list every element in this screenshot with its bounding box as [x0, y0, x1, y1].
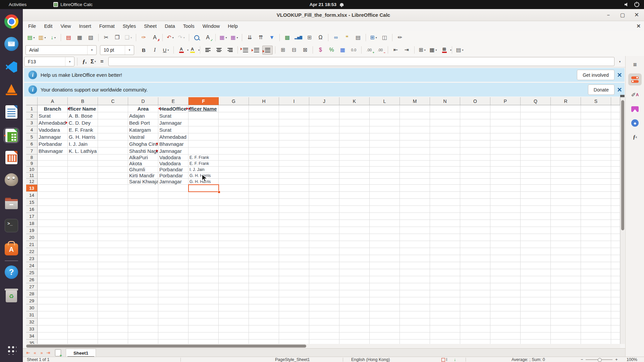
cell-l16[interactable] [370, 206, 400, 213]
cell-i10[interactable] [279, 167, 309, 173]
cell-e14[interactable] [158, 192, 189, 199]
cell-c15[interactable] [98, 199, 128, 206]
cell-n24[interactable] [430, 262, 460, 269]
cell-h26[interactable] [249, 276, 279, 283]
cell-e22[interactable] [158, 248, 189, 255]
sidebar-properties-icon[interactable] [628, 73, 642, 85]
cell-h24[interactable] [249, 262, 279, 269]
cell-q29[interactable] [521, 297, 551, 304]
row-header-2[interactable]: 2 [26, 112, 38, 119]
cell-k28[interactable] [339, 290, 370, 297]
cell-s3[interactable] [581, 119, 611, 126]
cell-a34[interactable] [38, 333, 68, 340]
cell-e23[interactable] [158, 255, 189, 262]
cell-c25[interactable] [98, 269, 128, 276]
cell-j15[interactable] [309, 199, 339, 206]
row-header-5[interactable]: 5 [26, 133, 38, 140]
cell-a24[interactable] [38, 262, 68, 269]
cell-g30[interactable] [219, 304, 249, 311]
cell-p33[interactable] [490, 325, 521, 333]
cell-l7[interactable] [370, 147, 400, 155]
cell-b17[interactable] [68, 213, 98, 220]
cell-i32[interactable] [279, 318, 309, 325]
cell-l31[interactable] [370, 311, 400, 318]
cell-r26[interactable] [551, 276, 581, 283]
cell-i13[interactable] [279, 185, 309, 192]
cell-n9[interactable] [430, 161, 460, 167]
spreadsheet-grid[interactable]: ABCDEFGHIJKLMNOPQRS1BranchOfficer NameAr… [26, 97, 620, 344]
insert-row-button[interactable]: ▦▾ [218, 33, 228, 42]
cell-p19[interactable] [490, 227, 521, 234]
cell-g24[interactable] [219, 262, 249, 269]
cell-i22[interactable] [279, 248, 309, 255]
cell-b15[interactable] [68, 199, 98, 206]
cell-i18[interactable] [279, 220, 309, 227]
clear-formatting-button[interactable]: A✗ [150, 33, 160, 42]
cell-f4[interactable] [189, 126, 219, 133]
cell-i3[interactable] [279, 119, 309, 126]
cell-p17[interactable] [490, 213, 521, 220]
cell-g31[interactable] [219, 311, 249, 318]
cell-l17[interactable] [370, 213, 400, 220]
cell-l18[interactable] [370, 220, 400, 227]
cell-i24[interactable] [279, 262, 309, 269]
cell-h33[interactable] [249, 325, 279, 333]
cell-q27[interactable] [521, 283, 551, 290]
cell-q35[interactable] [521, 340, 551, 344]
paste-dropdown[interactable]: ▾ [130, 36, 132, 39]
cell-p11[interactable] [490, 173, 521, 179]
close-button[interactable]: ✕ [633, 11, 640, 18]
select-sum-button[interactable]: Σ▾ [89, 57, 98, 66]
dock-item-help[interactable]: ? [3, 264, 19, 280]
cell-l4[interactable] [370, 126, 400, 133]
sidebar-styles-icon[interactable]: ✐A [628, 89, 642, 101]
cell-d15[interactable] [128, 199, 158, 206]
cell-m17[interactable] [400, 213, 430, 220]
menu-view[interactable]: View [56, 21, 75, 31]
column-header-r[interactable]: R [551, 97, 581, 105]
row-header-16[interactable]: 16 [26, 206, 38, 213]
cell-l13[interactable] [370, 185, 400, 192]
cell-j10[interactable] [309, 167, 339, 173]
cell-s32[interactable] [581, 318, 611, 325]
cell-f9[interactable]: E. F. Frank [189, 161, 219, 167]
chevron-down-icon[interactable]: ▾ [65, 57, 74, 66]
align-center-button[interactable] [214, 46, 224, 55]
cell-k4[interactable] [339, 126, 370, 133]
cell-r16[interactable] [551, 206, 581, 213]
cell-m22[interactable] [400, 248, 430, 255]
cell-j14[interactable] [309, 192, 339, 199]
cell-b12[interactable] [68, 179, 98, 185]
cell-p7[interactable] [490, 147, 521, 155]
cell-n3[interactable] [430, 119, 460, 126]
cell-l22[interactable] [370, 248, 400, 255]
cell-f14[interactable] [189, 192, 219, 199]
first-sheet-icon[interactable]: ⇤ [25, 350, 32, 355]
cell-n12[interactable] [430, 179, 460, 185]
cell-d29[interactable] [128, 297, 158, 304]
cell-m25[interactable] [400, 269, 430, 276]
cell-b3[interactable]: C. D. Dey [68, 119, 98, 126]
cell-h22[interactable] [249, 248, 279, 255]
cell-a2[interactable]: Surat [38, 112, 68, 119]
unmerge-cells-button[interactable]: ⊠ [300, 46, 310, 55]
cell-partial[interactable] [611, 173, 620, 179]
cell-s11[interactable] [581, 173, 611, 179]
maximize-button[interactable]: ▢ [619, 12, 626, 18]
cell-e6[interactable]: Bhavnagar [158, 140, 189, 147]
redo-button[interactable]: ↷▾ [176, 33, 186, 42]
cell-n2[interactable] [430, 112, 460, 119]
cell-k29[interactable] [339, 297, 370, 304]
cell-p6[interactable] [490, 140, 521, 147]
cell-a22[interactable] [38, 248, 68, 255]
cell-o34[interactable] [460, 333, 490, 340]
cell-g28[interactable] [219, 290, 249, 297]
cell-d22[interactable] [128, 248, 158, 255]
cell-p24[interactable] [490, 262, 521, 269]
cell-b34[interactable] [68, 333, 98, 340]
cell-p8[interactable] [490, 155, 521, 161]
cell-q19[interactable] [521, 227, 551, 234]
cell-c9[interactable] [98, 161, 128, 167]
cell-j25[interactable] [309, 269, 339, 276]
column-header-a[interactable]: A [38, 97, 68, 105]
